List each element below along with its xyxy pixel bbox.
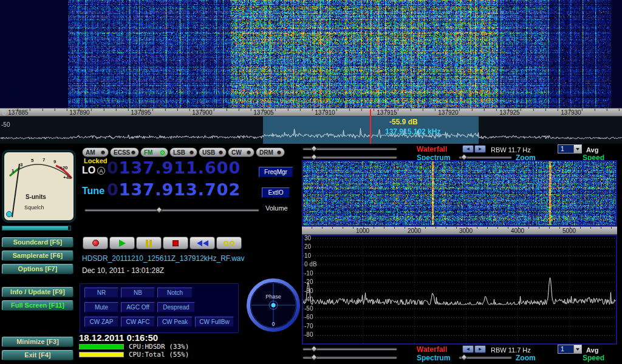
zoom-waterfall-display[interactable] — [303, 161, 616, 225]
mode-led — [131, 150, 135, 155]
cpu-hdsdr-label: CPU:HDSDR (33%) — [129, 343, 189, 351]
pause-button[interactable] — [136, 237, 162, 249]
avg-combo-value: 1 — [558, 145, 573, 153]
dsp-notch-button[interactable]: Notch — [157, 288, 193, 298]
avg-label-top: Avg — [586, 146, 598, 153]
cpu-total-fill — [80, 352, 123, 357]
menu-soundcard-button[interactable]: Soundcard [F5] — [2, 237, 73, 248]
spectrum-axis-label: -20 — [304, 278, 313, 285]
dsp-despread-button[interactable]: Despread — [157, 302, 195, 312]
mode-label: LSB — [173, 149, 185, 156]
zoom-tick-label: 1000 — [347, 228, 378, 234]
avg-combo-value: 1 — [558, 345, 573, 353]
combo-dropdown-arrow[interactable] — [573, 145, 581, 153]
menu-samplerate-button[interactable]: Samplerate [F6] — [2, 251, 73, 261]
loop-button[interactable] — [216, 237, 242, 249]
dsp-cwfullbw-button[interactable]: CW FullBw — [195, 317, 234, 327]
step-right-button-top[interactable]: ► — [474, 145, 486, 153]
zoom-spectrum-display[interactable] — [303, 236, 616, 343]
dsp-cwpeak-button[interactable]: CW Peak — [157, 317, 193, 327]
recording-timestamp: Dec 10, 2011 - 13:01:28Z — [82, 266, 164, 275]
main-waterfall-display[interactable] — [0, 0, 622, 108]
freq-tick-label: 137905 — [248, 109, 279, 116]
play-button[interactable] — [109, 237, 135, 249]
dsp-mute-button[interactable]: Mute — [84, 302, 118, 312]
slider-thumb[interactable] — [310, 345, 317, 352]
mode-button-cw[interactable]: CW — [228, 147, 255, 157]
dsp-nb-button[interactable]: NB — [121, 288, 155, 298]
volume-slider[interactable] — [84, 209, 259, 212]
mode-led — [219, 150, 223, 155]
step-left-button-bottom[interactable]: ◄ — [462, 345, 474, 353]
zoom-slider-bottom[interactable] — [459, 356, 512, 359]
db-axis-zero: 0 — [2, 110, 6, 116]
waterfall-gain-slider-bottom[interactable] — [302, 348, 397, 351]
tune-cursor-line — [370, 109, 371, 144]
s-meter-tick: 3 — [20, 162, 23, 167]
dsp-nr-button[interactable]: NR — [84, 288, 118, 298]
tune-label: Tune — [82, 186, 104, 197]
volume-slider-thumb[interactable] — [156, 206, 162, 213]
menu-exit-button[interactable]: Exit [F4] — [2, 350, 73, 360]
squelch-level-bar[interactable] — [2, 226, 71, 231]
lo-freq-dim-digit: 0 — [107, 158, 119, 177]
extio-button[interactable]: ExtIO — [262, 187, 290, 198]
menu-options-button[interactable]: Options [F7] — [2, 264, 73, 274]
dsp-cwzap-button[interactable]: CW ZAP — [84, 317, 118, 327]
volume-label: Volume — [265, 204, 288, 212]
tune-freq-digits: 137.913.702 — [119, 180, 241, 199]
cursor-db-readout: -55.9 dB — [389, 118, 418, 126]
freqmgr-button[interactable]: FreqMgr — [259, 167, 293, 177]
zoom-frequency-scale[interactable]: 1000 2000 3000 4000 5000 — [302, 226, 617, 235]
slider-thumb[interactable] — [310, 145, 317, 152]
mode-button-drm[interactable]: DRM — [256, 147, 285, 157]
avg-combo-top[interactable]: 1 — [558, 144, 582, 153]
step-right-button-bottom[interactable]: ► — [474, 345, 486, 353]
loop-icon — [230, 241, 234, 246]
rewind-icon — [197, 240, 202, 246]
stop-icon — [173, 240, 179, 246]
frequency-scale[interactable]: 137885 137890 137895 137900 137905 13791… — [0, 108, 622, 116]
stop-button[interactable] — [163, 237, 188, 249]
slider-thumb[interactable] — [460, 354, 467, 360]
spectrum-gain-slider-bottom[interactable] — [302, 356, 397, 359]
tune-frequency-display[interactable]: 0137.913.702 — [107, 181, 241, 198]
waterfall-label-bottom: Waterfall — [417, 345, 447, 354]
step-left-button-top[interactable]: ◄ — [462, 145, 474, 153]
avg-combo-bottom[interactable]: 1 — [558, 345, 582, 354]
slider-thumb[interactable] — [310, 354, 317, 360]
dsp-agc-button[interactable]: AGC Off — [121, 302, 155, 312]
s-meter-tick: 5 — [31, 158, 34, 163]
menu-minimize-button[interactable]: Minimize [F3] — [2, 337, 73, 347]
zoom-tick-label: 4000 — [502, 228, 533, 234]
record-button[interactable] — [83, 237, 108, 249]
mode-label: CW — [231, 149, 242, 156]
overview-spectrum-canvas[interactable] — [0, 116, 622, 144]
lo-auto-badge[interactable]: A — [97, 167, 105, 175]
zoom-slider-top[interactable] — [459, 156, 512, 159]
combo-dropdown-arrow[interactable] — [573, 345, 581, 353]
mode-button-lsb[interactable]: LSB — [169, 147, 197, 157]
menu-info-update-button[interactable]: Info / Update [F9] — [2, 287, 73, 297]
menu-fullscreen-button[interactable]: Full Screen [F11] — [2, 300, 73, 311]
mode-button-ecss[interactable]: ECSS — [110, 147, 139, 157]
rewind-button[interactable] — [190, 237, 215, 249]
s-units-label: S-units — [26, 194, 46, 200]
mode-button-usb[interactable]: USB — [199, 147, 227, 157]
spectrum-gain-slider-top[interactable] — [302, 156, 397, 159]
dsp-cwafc-button[interactable]: CW AFC — [121, 317, 155, 327]
lo-freq-digits: 137.911.600 — [119, 158, 241, 177]
mode-led — [160, 150, 165, 155]
freq-tick-label: 137890 — [64, 109, 95, 116]
waterfall-gain-slider-top[interactable] — [302, 147, 397, 150]
slider-thumb[interactable] — [460, 153, 467, 160]
lo-frequency-display[interactable]: 0137.911.600 — [107, 160, 241, 176]
mode-button-am[interactable]: AM — [82, 147, 109, 157]
s-meter: 1 3 5 7 9 +20 +40 S-units Squelch — [1, 149, 77, 223]
overview-spectrum[interactable]: 0 -50 -55.9 dB 137.915.102 kHz — [0, 116, 622, 144]
mode-button-fm[interactable]: FM — [140, 147, 168, 157]
phase-dot — [272, 303, 276, 308]
lo-label: LO — [82, 165, 95, 176]
slider-thumb[interactable] — [310, 153, 317, 160]
squelch-knob[interactable] — [7, 212, 12, 217]
